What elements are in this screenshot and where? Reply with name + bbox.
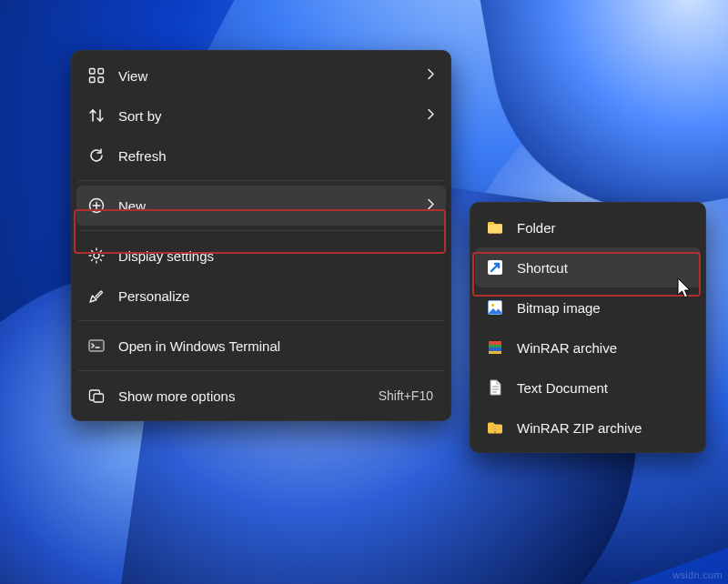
menu-item-label: Display settings bbox=[118, 248, 214, 264]
chevron-right-icon bbox=[426, 108, 435, 124]
svg-point-11 bbox=[491, 304, 494, 307]
svg-rect-0 bbox=[90, 69, 96, 75]
svg-rect-18 bbox=[494, 425, 496, 426]
svg-rect-13 bbox=[489, 341, 501, 345]
menu-item-label: Sort by bbox=[118, 108, 162, 124]
plus-circle-icon bbox=[87, 196, 106, 215]
desktop-context-menu: View Sort by Refresh bbox=[71, 50, 451, 421]
shortcut-icon bbox=[486, 258, 504, 277]
svg-rect-6 bbox=[89, 340, 104, 351]
folder-icon bbox=[486, 218, 504, 237]
menu-item-label: View bbox=[118, 68, 147, 84]
menu-item-label: Personalize bbox=[118, 288, 189, 304]
personalize-icon bbox=[87, 287, 106, 305]
menu-item-open-terminal[interactable]: Open in Windows Terminal bbox=[76, 326, 446, 366]
submenu-item-label: Text Document bbox=[517, 380, 608, 396]
display-settings-icon bbox=[87, 247, 106, 265]
submenu-item-label: WinRAR archive bbox=[517, 340, 617, 356]
svg-rect-20 bbox=[494, 429, 496, 430]
menu-item-sort-by[interactable]: Sort by bbox=[76, 96, 446, 136]
submenu-item-shortcut[interactable]: Shortcut bbox=[475, 247, 701, 287]
submenu-item-label: WinRAR ZIP archive bbox=[517, 420, 642, 436]
terminal-icon bbox=[87, 337, 106, 355]
submenu-item-folder[interactable]: Folder bbox=[475, 207, 701, 247]
menu-separator bbox=[78, 230, 444, 231]
winrar-icon bbox=[486, 338, 504, 357]
chevron-right-icon bbox=[426, 68, 435, 84]
svg-rect-17 bbox=[494, 425, 496, 433]
svg-rect-16 bbox=[489, 351, 501, 354]
submenu-item-text-document[interactable]: Text Document bbox=[475, 368, 701, 408]
menu-separator bbox=[78, 180, 444, 181]
bitmap-icon bbox=[486, 298, 504, 317]
submenu-item-winrar-zip[interactable]: WinRAR ZIP archive bbox=[475, 408, 701, 448]
menu-item-label: Show more options bbox=[118, 388, 235, 404]
watermark: wsidn.com bbox=[672, 569, 723, 580]
text-document-icon bbox=[486, 378, 504, 397]
menu-item-view[interactable]: View bbox=[76, 55, 446, 96]
menu-item-label: New bbox=[118, 198, 146, 214]
submenu-item-label: Bitmap image bbox=[517, 300, 601, 316]
menu-item-shortcut: Shift+F10 bbox=[379, 388, 433, 403]
menu-item-new[interactable]: New bbox=[76, 186, 446, 226]
submenu-item-bitmap[interactable]: Bitmap image bbox=[475, 287, 701, 327]
svg-rect-2 bbox=[90, 77, 96, 83]
menu-separator bbox=[78, 320, 444, 321]
view-icon bbox=[87, 66, 106, 85]
sort-icon bbox=[87, 106, 106, 125]
new-submenu: Folder Shortcut Bitmap image WinRAR arch… bbox=[470, 202, 706, 453]
menu-item-display-settings[interactable]: Display settings bbox=[76, 236, 446, 276]
svg-rect-14 bbox=[489, 345, 501, 347]
svg-rect-15 bbox=[489, 347, 501, 351]
svg-rect-8 bbox=[94, 394, 104, 402]
menu-item-refresh[interactable]: Refresh bbox=[76, 136, 446, 176]
menu-item-label: Refresh bbox=[118, 148, 167, 164]
submenu-item-winrar[interactable]: WinRAR archive bbox=[475, 327, 701, 368]
svg-rect-19 bbox=[494, 428, 496, 428]
submenu-item-label: Folder bbox=[517, 220, 556, 236]
menu-item-label: Open in Windows Terminal bbox=[118, 338, 280, 354]
winrar-zip-icon bbox=[486, 418, 504, 437]
svg-point-5 bbox=[94, 253, 99, 258]
chevron-right-icon bbox=[426, 198, 435, 214]
menu-item-personalize[interactable]: Personalize bbox=[76, 276, 446, 316]
more-options-icon bbox=[87, 387, 106, 405]
submenu-item-label: Shortcut bbox=[517, 260, 568, 276]
menu-item-show-more-options[interactable]: Show more options Shift+F10 bbox=[76, 376, 446, 416]
svg-rect-1 bbox=[98, 69, 104, 75]
svg-rect-3 bbox=[98, 77, 104, 83]
menu-separator bbox=[78, 370, 444, 371]
refresh-icon bbox=[87, 146, 106, 165]
